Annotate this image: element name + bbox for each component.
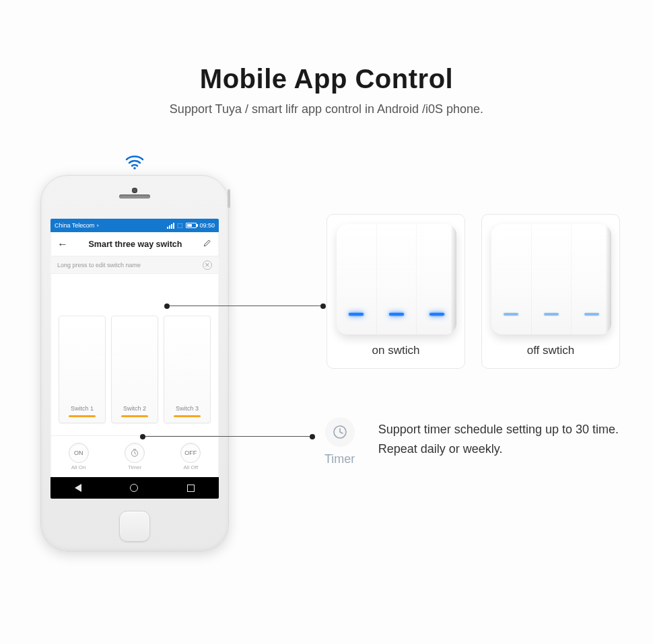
all-on-icon: ON (69, 443, 89, 463)
switch-card-3[interactable]: Switch 3 (164, 316, 211, 423)
phone-screen: China Telecom ▫ ⬚ 09:50 ← Smart three wa… (50, 219, 219, 499)
timer-feature-desc: Support timer schedule setting up to 30 … (378, 417, 627, 459)
off-switch-caption: off swtich (491, 344, 610, 357)
switch-label: Switch 1 (59, 405, 105, 412)
status-bar: China Telecom ▫ ⬚ 09:50 (50, 219, 219, 232)
switch-card-2[interactable]: Switch 2 (111, 316, 158, 423)
all-on-label: All On (71, 464, 86, 470)
wifi-signal-icon (167, 223, 174, 229)
connector-dot (310, 434, 315, 439)
signal-icon: ⬚ (177, 222, 183, 229)
nav-back-icon[interactable] (75, 484, 81, 492)
clock: 09:50 (199, 222, 215, 229)
all-off-button[interactable]: OFF All Off (180, 443, 201, 470)
edit-button[interactable] (203, 238, 212, 250)
close-hint-button[interactable]: ✕ (203, 260, 212, 270)
hint-banner: Long press to edit switch name ✕ (50, 256, 219, 274)
all-off-icon: OFF (180, 443, 201, 463)
connector-dot (140, 434, 145, 439)
switch-card-1[interactable]: Switch 1 (59, 316, 106, 423)
timer-icon (125, 443, 145, 463)
off-switch-panel: off swtich (481, 214, 620, 369)
hint-text: Long press to edit switch name (57, 262, 141, 269)
svg-point-0 (133, 167, 136, 170)
connector-dot (320, 303, 326, 309)
phone-camera (132, 188, 137, 193)
app-bar: ← Smart three way switch (50, 232, 219, 256)
app-title: Smart three way switch (89, 240, 182, 249)
all-on-button[interactable]: ON All On (69, 443, 89, 470)
switch-row: Switch 1 Switch 2 Switch 3 (50, 274, 219, 435)
on-switch-caption: on swtich (337, 344, 455, 357)
phone-mockup: China Telecom ▫ ⬚ 09:50 ← Smart three wa… (40, 175, 229, 552)
timer-label: Timer (128, 464, 141, 470)
carrier-label: China Telecom (55, 222, 94, 229)
all-off-label: All Off (183, 464, 198, 470)
home-button[interactable] (119, 511, 150, 542)
switch-label: Switch 2 (112, 405, 158, 412)
switch-label: Switch 3 (164, 405, 210, 412)
connector-dot (164, 303, 170, 309)
connector-line (166, 306, 323, 306)
battery-icon (186, 223, 197, 228)
clock-icon (325, 417, 355, 447)
phone-earpiece (119, 194, 150, 199)
nav-home-icon[interactable] (130, 484, 138, 492)
nav-recent-icon[interactable] (187, 485, 195, 492)
page-subtitle: Support Tuya / smart lifr app control in… (0, 102, 653, 116)
timer-button[interactable]: Timer (125, 443, 145, 470)
back-button[interactable]: ← (57, 238, 68, 250)
wifi-icon (125, 155, 144, 172)
hardware-switch-on (337, 224, 456, 334)
android-nav-bar (50, 477, 219, 499)
connector-line (141, 436, 312, 437)
page-title: Mobile App Control (0, 64, 653, 94)
on-switch-panel: on swtich (326, 214, 465, 369)
hardware-switch-off (491, 224, 611, 334)
sim-icon: ▫ (96, 222, 98, 229)
timer-feature-label: Timer (324, 452, 355, 466)
action-row: ON All On Timer OFF All Off (50, 435, 219, 477)
timer-feature: Timer Support timer schedule setting up … (324, 417, 627, 466)
